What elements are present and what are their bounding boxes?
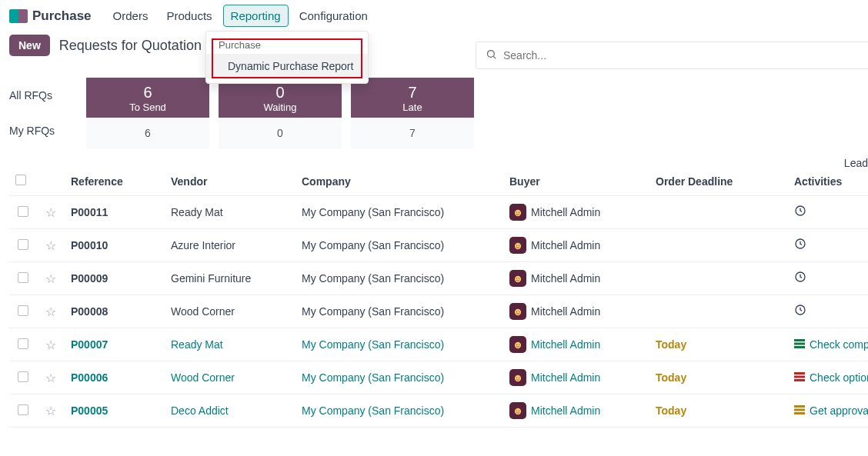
stat-number: 6 xyxy=(86,84,209,102)
col-buyer[interactable]: Buyer xyxy=(503,167,649,196)
star-icon[interactable]: ☆ xyxy=(45,371,56,384)
activity-icon[interactable] xyxy=(794,371,805,384)
vendor-name[interactable]: Wood Corner xyxy=(171,371,235,384)
reporting-dropdown: Purchase Dynamic Purchase Report xyxy=(205,31,369,84)
filter-my-rfqs[interactable]: My RFQs xyxy=(9,115,86,146)
menu-configuration[interactable]: Configuration xyxy=(292,5,376,27)
app-title-text: Purchase xyxy=(32,8,92,24)
reference-link[interactable]: P00008 xyxy=(71,305,108,318)
search-input[interactable] xyxy=(503,49,859,62)
row-checkbox[interactable] xyxy=(18,239,28,250)
stat-label: Late xyxy=(351,102,474,113)
col-activities[interactable]: Activities xyxy=(788,167,868,196)
reference-link[interactable]: P00010 xyxy=(71,239,108,251)
clock-icon[interactable] xyxy=(794,239,806,252)
stat-card[interactable]: 6To Send6 xyxy=(86,78,209,148)
activity-icon[interactable] xyxy=(794,338,805,351)
svg-rect-10 xyxy=(794,376,805,378)
svg-rect-8 xyxy=(794,346,805,348)
stat-label: Waiting xyxy=(219,102,342,113)
reference-link[interactable]: P00011 xyxy=(71,206,108,218)
svg-rect-9 xyxy=(794,372,805,374)
star-icon[interactable]: ☆ xyxy=(45,206,56,219)
clock-icon[interactable] xyxy=(794,272,806,285)
col-company[interactable]: Company xyxy=(295,167,503,196)
reference-link[interactable]: P00007 xyxy=(71,338,108,351)
company-name[interactable]: My Company (San Francisco) xyxy=(302,272,444,285)
company-name[interactable]: My Company (San Francisco) xyxy=(302,305,444,318)
select-all-checkbox[interactable] xyxy=(15,175,26,185)
reference-link[interactable]: P00006 xyxy=(71,371,108,384)
lead-time-column-hint: Lead xyxy=(844,157,868,169)
table-row[interactable]: ☆P00007Ready MatMy Company (San Francisc… xyxy=(9,328,868,361)
buyer-name[interactable]: Mitchell Admin xyxy=(531,206,600,218)
row-checkbox[interactable] xyxy=(18,338,28,349)
buyer-name[interactable]: Mitchell Admin xyxy=(531,239,600,251)
col-reference[interactable]: Reference xyxy=(65,167,165,196)
clock-icon[interactable] xyxy=(794,305,806,318)
row-checkbox[interactable] xyxy=(18,305,28,316)
stat-card[interactable]: 0Waiting0 xyxy=(219,78,342,148)
breadcrumb-title[interactable]: Requests for Quotation xyxy=(59,38,202,54)
vendor-name[interactable]: Azure Interior xyxy=(171,239,235,251)
vendor-name[interactable]: Gemini Furniture xyxy=(171,272,251,285)
star-icon[interactable]: ☆ xyxy=(45,404,56,418)
table-row[interactable]: ☆P00006Wood CornerMy Company (San Franci… xyxy=(9,361,868,394)
avatar-icon: ☻ xyxy=(509,270,526,287)
menu-reporting[interactable]: Reporting xyxy=(223,5,289,27)
table-row[interactable]: ☆P00009Gemini FurnitureMy Company (San F… xyxy=(9,262,868,295)
search-box[interactable] xyxy=(476,42,868,69)
dropdown-section-header: Purchase xyxy=(206,36,368,54)
buyer-name[interactable]: Mitchell Admin xyxy=(531,404,600,417)
app-title[interactable]: Purchase xyxy=(9,8,92,24)
company-name[interactable]: My Company (San Francisco) xyxy=(302,239,444,251)
new-button[interactable]: New xyxy=(9,35,50,56)
activity-text[interactable]: Check competitors xyxy=(810,338,868,351)
menu-products[interactable]: Products xyxy=(159,5,219,27)
deadline-text: Today xyxy=(656,338,686,351)
activity-text[interactable]: Get approval xyxy=(810,404,868,417)
activity-text[interactable]: Check optional products xyxy=(810,371,868,384)
table-row[interactable]: ☆P00011Ready MatMy Company (San Francisc… xyxy=(9,196,868,229)
dropdown-item-dynamic-report[interactable]: Dynamic Purchase Report xyxy=(206,54,368,78)
col-deadline[interactable]: Order Deadline xyxy=(649,167,788,196)
row-checkbox[interactable] xyxy=(18,404,28,415)
col-vendor[interactable]: Vendor xyxy=(165,167,295,196)
svg-rect-14 xyxy=(794,412,805,414)
vendor-name[interactable]: Wood Corner xyxy=(171,305,235,318)
clock-icon[interactable] xyxy=(794,206,806,219)
table-row[interactable]: ☆P00008Wood CornerMy Company (San Franci… xyxy=(9,295,868,328)
vendor-name[interactable]: Ready Mat xyxy=(171,206,223,218)
buyer-name[interactable]: Mitchell Admin xyxy=(531,272,600,285)
company-name[interactable]: My Company (San Francisco) xyxy=(302,206,444,218)
stat-number: 7 xyxy=(351,84,474,102)
stat-card[interactable]: 7Late7 xyxy=(351,78,474,148)
company-name[interactable]: My Company (San Francisco) xyxy=(302,338,444,351)
company-name[interactable]: My Company (San Francisco) xyxy=(302,371,444,384)
activity-icon[interactable] xyxy=(794,404,805,417)
vendor-name[interactable]: Deco Addict xyxy=(171,404,229,417)
row-checkbox[interactable] xyxy=(18,272,28,283)
avatar-icon: ☻ xyxy=(509,369,526,386)
menu-orders[interactable]: Orders xyxy=(105,5,156,27)
buyer-name[interactable]: Mitchell Admin xyxy=(531,371,600,384)
row-checkbox[interactable] xyxy=(18,206,28,217)
search-icon xyxy=(486,48,497,62)
svg-rect-12 xyxy=(794,405,805,408)
buyer-name[interactable]: Mitchell Admin xyxy=(531,338,600,351)
buyer-name[interactable]: Mitchell Admin xyxy=(531,305,600,318)
stat-my-number: 7 xyxy=(351,118,474,148)
star-icon[interactable]: ☆ xyxy=(45,272,56,285)
svg-rect-7 xyxy=(794,343,805,345)
row-checkbox[interactable] xyxy=(18,371,28,382)
vendor-name[interactable]: Ready Mat xyxy=(171,338,223,351)
company-name[interactable]: My Company (San Francisco) xyxy=(302,404,444,417)
reference-link[interactable]: P00009 xyxy=(71,272,108,285)
table-row[interactable]: ☆P00005Deco AddictMy Company (San Franci… xyxy=(9,394,868,428)
reference-link[interactable]: P00005 xyxy=(71,404,108,417)
star-icon[interactable]: ☆ xyxy=(45,338,56,351)
table-row[interactable]: ☆P00010Azure InteriorMy Company (San Fra… xyxy=(9,229,868,262)
filter-all-rfqs[interactable]: All RFQs xyxy=(9,80,86,111)
star-icon[interactable]: ☆ xyxy=(45,305,56,318)
star-icon[interactable]: ☆ xyxy=(45,239,56,252)
